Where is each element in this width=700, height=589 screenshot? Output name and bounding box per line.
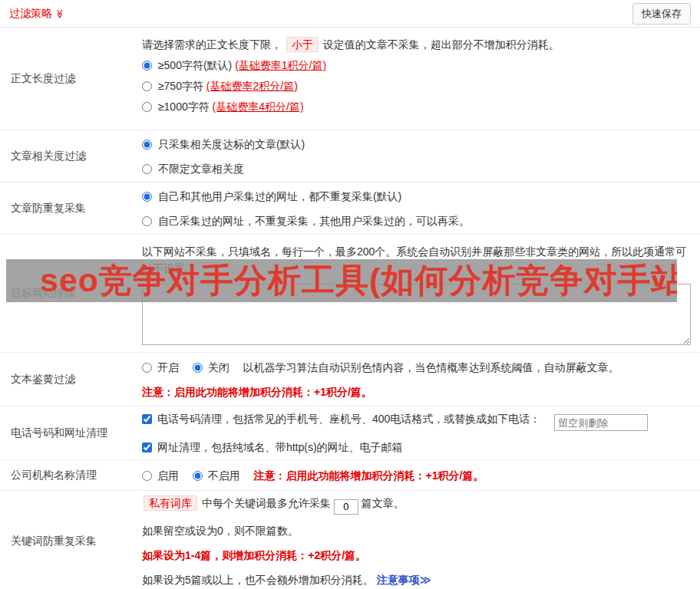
relevance-label: 文章相关度过滤 [0,130,142,182]
radio-option-company-enable[interactable]: 启用 [142,469,182,482]
radio-label: 不限定文章相关度 [158,163,244,175]
phone-replacement-input[interactable] [554,414,648,431]
fee-note: (基础费率1积分/篇) [235,59,326,71]
radio-porn-off[interactable] [193,363,203,373]
limit-text-end: 篇文章。 [362,497,404,509]
phone-cleanup-line: 电话号码清理，包括常见的手机号、座机号、400电话格式，或替换成如下电话： [142,410,691,432]
keyword-limit-line: 私有词库 中每个关键词最多允许采集 篇文章。 [142,495,691,515]
row-relevance-filter: 文章相关度过滤 只采集相关度达标的文章(默认) 不限定文章相关度 [0,130,700,183]
company-cost-note: 注意：启用此功能将增加积分消耗：+1积分/篇。 [254,469,484,482]
page-title[interactable]: 过滤策略 ≫ [9,7,65,21]
radio-option-500-chars[interactable]: ≥500字符(默认) (基础费率1积分/篇) [142,57,691,74]
keyword-count-input[interactable] [334,499,358,515]
fee-note: (基础费率2积分/篇) [206,80,298,92]
radio-500-chars[interactable] [142,61,152,71]
intro-post: 设定值的文章不采集，超出部分不增加积分消耗。 [323,38,560,51]
body-length-label: 正文长度过滤 [0,28,142,130]
body-length-content: 请选择需求的正文长度下限， 小于 设定值的文章不采集，超出部分不增加积分消耗。 … [142,28,700,130]
checkbox-option-phone-cleanup[interactable]: 电话号码清理，包括常见的手机号、座机号、400电话格式，或替换成如下电话： [142,413,543,425]
keyword-dedup-label: 关键词防重复采集 [0,491,142,589]
intro-pre: 请选择需求的正文长度下限， [142,38,282,51]
radio-company-enable[interactable] [142,471,152,481]
row-article-dedup: 文章防重复采集 自己和其他用户采集过的网址，都不重复采集(默认) 自己采集过的网… [0,183,700,235]
dedup-label: 文章防重复采集 [0,183,142,234]
notice-link[interactable]: 注意事项≫ [377,574,431,586]
radio-option-750-chars[interactable]: ≥750字符 (基础费率2积分/篇) [142,77,691,94]
phone-url-content: 电话号码清理，包括常见的手机号、座机号、400电话格式，或替换成如下电话： 网址… [142,406,700,459]
porn-filter-label: 文本鉴黄过滤 [0,353,142,406]
radio-label: 自己和其他用户采集过的网址，都不重复采集(默认) [158,190,401,202]
radio-company-disable[interactable] [193,471,203,481]
porn-filter-description: 以机器学习算法自动识别色情内容，当色情概率达到系统阈值，自动屏蔽文章。 [243,361,619,373]
fee-note: (基础费率4积分/篇) [213,100,304,113]
relevance-content: 只采集相关度达标的文章(默认) 不限定文章相关度 [142,130,700,182]
radio-750-chars[interactable] [142,81,152,91]
radio-relevance-strict[interactable] [142,140,152,150]
radio-option-relevance-strict[interactable]: 只采集相关度达标的文章(默认) [142,136,691,153]
row-phone-url-cleanup: 电话号码和网址清理 电话号码清理，包括常见的手机号、座机号、400电话格式，或替… [0,406,700,460]
radio-label: 启用 [157,469,179,482]
radio-label: 只采集相关度达标的文章(默认) [158,138,305,150]
topbar: 过滤策略 ≫ 快速保存 [0,0,700,28]
radio-option-1000-chars[interactable]: ≥1000字符 (基础费率4积分/篇) [142,98,691,115]
page-title-text: 过滤策略 [9,7,52,21]
porn-filter-cost-note: 注意：启用此功能将增加积分消耗：+1积分/篇。 [142,383,691,400]
row-keyword-dedup: 关键词防重复采集 私有词库 中每个关键词最多允许采集 篇文章。 如果留空或设为0… [0,491,700,589]
chevron-down-icon: ≫ [54,8,65,18]
row-porn-filter: 文本鉴黄过滤 开启 关闭 以机器学习算法自动识别色情内容，当色情概率达到系统阈值… [0,353,700,406]
keyword-note-cost: 如果设为1-4篇，则增加积分消耗：+2积分/篇。 [142,547,691,564]
radio-option-porn-on[interactable]: 开启 [142,361,182,373]
radio-option-company-disable[interactable]: 不启用 [193,469,243,482]
less-than-badge: 小于 [286,37,319,52]
checkbox-label: 电话号码清理，包括常见的手机号、座机号、400电话格式，或替换成如下电话： [157,413,540,425]
url-cleanup-line: 网址清理，包括纯域名、带http(s)的网址、电子邮箱 [142,439,691,456]
limit-text-mid: 中每个关键词最多允许采集 [202,497,334,509]
page: { "colors": { "accent_red": "#e60000", "… [0,0,700,589]
private-lexicon-badge: 私有词库 [144,495,197,511]
radio-option-dedup-global[interactable]: 自己和其他用户采集过的网址，都不重复采集(默认) [142,188,691,205]
company-options: 启用 不启用 注意：启用此功能将增加积分消耗：+1积分/篇。 [142,467,691,484]
porn-filter-content: 开启 关闭 以机器学习算法自动识别色情内容，当色情概率达到系统阈值，自动屏蔽文章… [142,353,700,406]
radio-option-dedup-self[interactable]: 自己采集过的网址，不重复采集，其他用户采集过的，可以再采。 [142,212,691,229]
watermark-banner: seo竞争对手分析工具(如何分析竞争对手站 [6,259,677,302]
radio-option-porn-off[interactable]: 关闭 [193,361,233,373]
radio-label: ≥1000字符 [158,100,213,113]
radio-label: 不启用 [208,469,240,482]
radio-1000-chars[interactable] [142,102,152,112]
company-content: 启用 不启用 注意：启用此功能将增加积分消耗：+1积分/篇。 [142,460,700,490]
checkbox-option-url-cleanup[interactable]: 网址清理，包括纯域名、带http(s)的网址、电子邮箱 [142,441,403,453]
keyword-dedup-content: 私有词库 中每个关键词最多允许采集 篇文章。 如果留空或设为0，则不限篇数。 如… [142,491,700,589]
phone-url-label: 电话号码和网址清理 [0,406,142,459]
porn-filter-options: 开启 关闭 以机器学习算法自动识别色情内容，当色情概率达到系统阈值，自动屏蔽文章… [142,359,691,376]
checkbox-url-cleanup[interactable] [142,443,152,452]
row-body-length-filter: 正文长度过滤 请选择需求的正文长度下限， 小于 设定值的文章不采集，超出部分不增… [0,28,700,130]
checkbox-label: 网址清理，包括纯域名、带http(s)的网址、电子邮箱 [157,441,403,453]
radio-label: 自己采集过的网址，不重复采集，其他用户采集过的，可以再采。 [158,215,470,227]
radio-porn-on[interactable] [142,363,152,373]
radio-label: ≥750字符 [158,80,206,92]
quick-save-button[interactable]: 快速保存 [632,3,691,25]
radio-dedup-global[interactable] [142,192,152,202]
watermark-text: seo竞争对手分析工具(如何分析竞争对手站 [40,259,677,302]
radio-label: 开启 [157,361,179,373]
radio-label: 关闭 [208,361,229,373]
radio-dedup-self[interactable] [142,216,152,226]
keyword-note-zero: 如果留空或设为0，则不限篇数。 [142,522,691,539]
body-length-intro: 请选择需求的正文长度下限， 小于 设定值的文章不采集，超出部分不增加积分消耗。 [142,36,691,53]
radio-relevance-any[interactable] [142,164,152,174]
note-five-text: 如果设为5篇或以上，也不会额外增加积分消耗。 [142,574,377,586]
radio-label: ≥500字符(默认) [158,59,235,71]
row-company-name-cleanup: 公司机构名称清理 启用 不启用 注意：启用此功能将增加积分消耗：+1积分/篇。 [0,460,700,491]
radio-option-relevance-any[interactable]: 不限定文章相关度 [142,160,691,177]
dedup-content: 自己和其他用户采集过的网址，都不重复采集(默认) 自己采集过的网址，不重复采集，… [142,183,700,234]
checkbox-phone-cleanup[interactable] [142,414,152,424]
company-label: 公司机构名称清理 [0,460,142,490]
keyword-note-five: 如果设为5篇或以上，也不会额外增加积分消耗。 注意事项≫ [142,571,691,588]
